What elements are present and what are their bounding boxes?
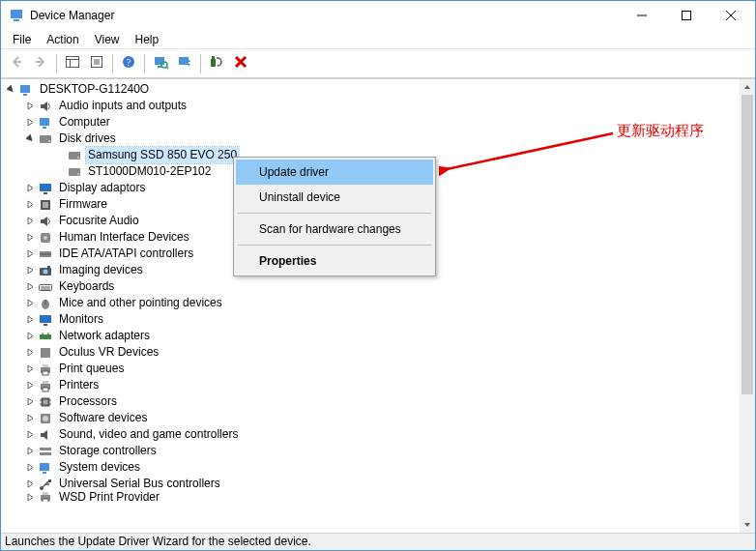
tree-category-label: Universal Serial Bus controllers [57, 476, 222, 492]
keyboard-icon [38, 279, 53, 295]
expander-closed[interactable] [24, 347, 36, 359]
expander-closed[interactable] [24, 413, 36, 424]
update-driver-button[interactable] [173, 52, 196, 75]
tree-category[interactable]: Keyboards [1, 278, 740, 295]
expander-closed[interactable] [24, 462, 36, 474]
tree-category-label: Sound, video and game controllers [57, 426, 240, 443]
audio-icon [38, 99, 53, 114]
svg-point-43 [44, 236, 47, 240]
annotation-text: 更新驱动程序 [617, 122, 704, 140]
scan-button[interactable] [149, 52, 172, 75]
menu-file[interactable]: File [5, 31, 39, 48]
tree-category-label: Storage controllers [57, 443, 159, 459]
tree-area: DESKTOP-G11240O Audio inputs and outputs… [1, 78, 755, 533]
uninstall-button[interactable] [205, 52, 228, 75]
tree-category[interactable]: WSD Print Provider [1, 492, 740, 502]
tree-root[interactable]: DESKTOP-G11240O [1, 81, 740, 98]
svg-rect-76 [40, 452, 51, 455]
scroll-down-button[interactable] [740, 517, 755, 533]
svg-rect-40 [43, 202, 48, 208]
expander-none [53, 166, 65, 178]
expander-open[interactable] [24, 133, 36, 145]
tree-category[interactable]: Storage controllers [1, 443, 740, 459]
disk-icon [67, 164, 82, 180]
disk-icon [67, 148, 82, 163]
expander-closed[interactable] [24, 492, 36, 502]
svg-rect-82 [48, 479, 51, 482]
expander-closed[interactable] [24, 446, 36, 457]
expander-closed[interactable] [24, 281, 36, 293]
computer-icon [38, 115, 53, 130]
tree-category[interactable]: Audio inputs and outputs [1, 98, 740, 114]
expander-closed[interactable] [24, 314, 36, 326]
scroll-up-button[interactable] [740, 79, 755, 95]
tree-device-label: Samsung SSD 850 EVO 250 [86, 147, 239, 163]
svg-rect-22 [211, 59, 216, 67]
tree-category[interactable]: Print queues [1, 361, 740, 377]
toolbar: ? [1, 49, 755, 78]
delete-button[interactable] [229, 52, 252, 75]
svg-rect-29 [40, 118, 49, 126]
vertical-scrollbar[interactable] [740, 79, 755, 533]
system-icon [38, 460, 53, 476]
expander-closed[interactable] [24, 183, 36, 194]
tree-category-label: Human Interface Devices [57, 229, 191, 246]
svg-rect-21 [179, 57, 189, 65]
tree-category[interactable]: System devices [1, 459, 740, 476]
app-icon [9, 8, 24, 23]
properties-toolbar-button[interactable] [85, 52, 108, 75]
svg-rect-62 [43, 371, 48, 375]
svg-rect-23 [212, 56, 215, 59]
expander-closed[interactable] [24, 363, 36, 375]
tree-category[interactable]: Oculus VR Devices [1, 344, 740, 361]
ctx-uninstall-device[interactable]: Uninstall device [236, 185, 433, 210]
show-hide-button[interactable] [61, 52, 84, 75]
expander-closed[interactable] [24, 199, 36, 211]
expander-closed[interactable] [24, 101, 36, 112]
expander-closed[interactable] [24, 298, 36, 309]
tree-category[interactable]: Mice and other pointing devices [1, 295, 740, 311]
svg-rect-18 [158, 66, 161, 68]
scroll-thumb[interactable] [741, 95, 753, 394]
tree-category[interactable]: Sound, video and game controllers [1, 426, 740, 443]
ctx-update-driver[interactable]: Update driver [236, 160, 433, 185]
tree-category[interactable]: Printers [1, 377, 740, 393]
expander-closed[interactable] [24, 265, 36, 276]
scroll-track[interactable] [740, 95, 755, 517]
generic-icon [38, 345, 53, 361]
maximize-button[interactable] [664, 1, 709, 30]
tree-category[interactable]: Software devices [1, 410, 740, 426]
minimize-button[interactable] [620, 1, 664, 30]
tree-category[interactable]: Monitors [1, 311, 740, 328]
help-button[interactable]: ? [117, 52, 140, 75]
help-icon: ? [121, 54, 136, 72]
menu-view[interactable]: View [87, 31, 128, 48]
expander-closed[interactable] [24, 396, 36, 408]
expander-open[interactable] [5, 84, 16, 96]
expander-closed[interactable] [24, 380, 36, 392]
ctx-scan-hardware[interactable]: Scan for hardware changes [236, 217, 433, 242]
expander-closed[interactable] [24, 478, 36, 490]
device-tree[interactable]: DESKTOP-G11240O Audio inputs and outputs… [1, 79, 740, 533]
imaging-icon [38, 263, 53, 278]
statusbar: Launches the Update Driver Wizard for th… [1, 533, 755, 550]
expander-closed[interactable] [24, 331, 36, 342]
tree-category[interactable]: Network adapters [1, 328, 740, 344]
software-icon [38, 411, 53, 426]
expander-closed[interactable] [24, 232, 36, 244]
menu-help[interactable]: Help [128, 31, 167, 48]
expander-closed[interactable] [24, 429, 36, 441]
close-button[interactable] [709, 1, 753, 30]
ctx-properties[interactable]: Properties [236, 248, 433, 274]
hid-icon [38, 230, 53, 246]
menu-action[interactable]: Action [39, 31, 86, 48]
computer-icon [18, 82, 34, 98]
expander-closed[interactable] [24, 216, 36, 227]
tree-category[interactable]: Processors [1, 393, 740, 410]
annotation-arrow [439, 126, 623, 184]
tree-device-label: ST1000DM010-2EP102 [86, 163, 213, 180]
expander-closed[interactable] [24, 248, 36, 260]
expander-closed[interactable] [24, 117, 36, 129]
tree-category[interactable]: Universal Serial Bus controllers [1, 476, 740, 492]
tree-category-label: Print queues [57, 361, 126, 377]
